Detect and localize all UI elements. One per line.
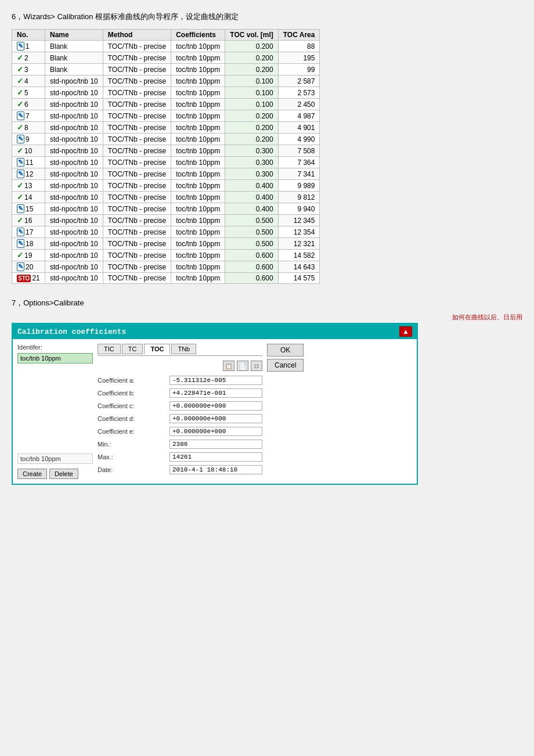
col-method: Method [103, 30, 171, 41]
row-vol: 0.100 [225, 99, 278, 110]
close-button[interactable]: ▲ [399, 326, 412, 337]
row-vol: 0.600 [225, 273, 278, 284]
table-row: ✎17std-npoc/tnb 10TOC/TNb - precisetoc/t… [12, 226, 320, 238]
cancel-button[interactable]: Cancel [267, 359, 304, 372]
row-coeff: toc/tnb 10ppm [171, 273, 225, 284]
row-area: 14 582 [278, 250, 320, 261]
row-method: TOC/TNb - precise [103, 134, 171, 145]
row-no: STO21 [12, 273, 45, 284]
row-area: 9 940 [278, 203, 320, 215]
row-coeff: toc/tnb 10ppm [171, 87, 225, 99]
row-area: 14 643 [278, 261, 320, 273]
coeff-label-1: Coefficient b: [98, 388, 167, 398]
table-row: ✎7std-npoc/tnb 10TOC/TNb - precisetoc/tn… [12, 110, 320, 122]
tab-toc[interactable]: TOC [144, 344, 170, 354]
coeff-input-0[interactable] [169, 376, 262, 385]
coeff-label-2: Coefficient c: [98, 401, 167, 411]
section7-title: 7，Options>Calibrate [12, 298, 522, 308]
row-vol: 0.300 [225, 168, 278, 180]
row-coeff: toc/tnb 10ppm [171, 157, 225, 168]
row-vol: 0.200 [225, 122, 278, 134]
row-name: std-npoc/tnb 10 [45, 87, 103, 99]
delete-button[interactable]: Delete [49, 469, 78, 479]
row-name: std-npoc/tnb 10 [45, 134, 103, 145]
row-vol: 0.600 [225, 261, 278, 273]
tab-tic[interactable]: TIC [98, 344, 121, 354]
row-area: 12 354 [278, 226, 320, 238]
table-row: ✎1BlankTOC/TNb - precisetoc/tnb 10ppm0.2… [12, 41, 320, 52]
row-area: 2 587 [278, 75, 320, 87]
coeff-input-1[interactable] [169, 388, 262, 398]
row-coeff: toc/tnb 10ppm [171, 226, 225, 238]
row-no: ✓10 [12, 145, 45, 157]
row-name: std-npoc/tnb 10 [45, 157, 103, 168]
create-button[interactable]: Create [17, 469, 47, 479]
row-coeff: toc/tnb 10ppm [171, 238, 225, 250]
row-name: std-npoc/tnb 10 [45, 122, 103, 134]
table-row: ✓14std-npoc/tnb 10TOC/TNb - precisetoc/t… [12, 192, 320, 203]
row-area: 12 321 [278, 238, 320, 250]
check-icon: ✓ [17, 146, 23, 155]
row-method: TOC/TNb - precise [103, 168, 171, 180]
row-area: 2 450 [278, 99, 320, 110]
coeff-input-4[interactable] [169, 427, 262, 436]
row-area: 14 575 [278, 273, 320, 284]
pending-icon: ✎ [17, 42, 24, 51]
min-input[interactable] [169, 440, 262, 449]
row-name: Blank [45, 52, 103, 64]
check-icon: ✓ [17, 88, 23, 97]
row-vol: 0.400 [225, 180, 278, 192]
row-no: ✓8 [12, 122, 45, 134]
row-coeff: toc/tnb 10ppm [171, 203, 225, 215]
row-name: std-npoc/tnb 10 [45, 261, 103, 273]
row-no: ✎9 [12, 134, 45, 145]
copy-icon[interactable]: 📋 [223, 361, 234, 371]
date-value: 2010-4-1 18:48:10 [169, 465, 262, 474]
date-label: Date: [98, 465, 167, 474]
coeff-input-2[interactable] [169, 401, 262, 411]
row-name: std-npoc/tnb 10 [45, 99, 103, 110]
coeff-input-3[interactable] [169, 414, 262, 423]
calib-left-panel: Identifer: toc/tnb 10ppm toc/tnb 10ppm C… [17, 344, 93, 479]
calib-header-title: Calibration coefficients [17, 327, 126, 336]
row-no: ✓19 [12, 250, 45, 261]
tab-tnb[interactable]: TNb [171, 344, 196, 354]
row-method: TOC/TNb - precise [103, 215, 171, 226]
identifier-label: Identifer: [17, 344, 93, 351]
calib-toolbar: 📋 📄 □ [98, 361, 262, 371]
table-row: ✓6std-npoc/tnb 10TOC/TNb - precisetoc/tn… [12, 99, 320, 110]
row-no: ✓13 [12, 180, 45, 192]
row-vol: 0.200 [225, 64, 278, 75]
check-icon: ✓ [17, 100, 23, 109]
max-input[interactable] [169, 452, 262, 462]
row-vol: 0.100 [225, 75, 278, 87]
row-method: TOC/TNb - precise [103, 192, 171, 203]
coeff-label-4: Coefficient e: [98, 427, 167, 436]
row-vol: 0.200 [225, 134, 278, 145]
row-no: ✓2 [12, 52, 45, 64]
pending-icon: ✎ [17, 158, 24, 167]
row-no: ✓5 [12, 87, 45, 99]
calibration-table: No. Name Method Coefficients TOC vol. [m… [12, 29, 320, 284]
table-row: ✓10std-npoc/tnb 10TOC/TNb - precisetoc/t… [12, 145, 320, 157]
calib-body: Identifer: toc/tnb 10ppm toc/tnb 10ppm C… [13, 339, 417, 484]
calib-panel-header: Calibration coefficients ▲ [13, 324, 417, 339]
row-coeff: toc/tnb 10ppm [171, 192, 225, 203]
table-row: ✓8std-npoc/tnb 10TOC/TNb - precisetoc/tn… [12, 122, 320, 134]
paste-icon[interactable]: 📄 [237, 361, 248, 371]
row-coeff: toc/tnb 10ppm [171, 168, 225, 180]
tab-tc[interactable]: TC [122, 344, 143, 354]
row-name: std-npoc/tnb 10 [45, 75, 103, 87]
action-buttons: OK Cancel [267, 344, 304, 479]
calib-right-panel: TIC TC TOC TNb 📋 📄 □ Coefficient a:Coeff… [98, 344, 262, 479]
col-vol: TOC vol. [ml] [225, 30, 278, 41]
ok-button[interactable]: OK [267, 344, 304, 357]
row-area: 7 508 [278, 145, 320, 157]
table-row: ✓16std-npoc/tnb 10TOC/TNb - precisetoc/t… [12, 215, 320, 226]
row-name: Blank [45, 41, 103, 52]
coeff-label-0: Coefficient a: [98, 376, 167, 385]
clear-icon[interactable]: □ [251, 361, 262, 371]
calib-tabs: TIC TC TOC TNb [98, 344, 262, 356]
min-label: Min.: [98, 440, 167, 449]
row-area: 7 341 [278, 168, 320, 180]
